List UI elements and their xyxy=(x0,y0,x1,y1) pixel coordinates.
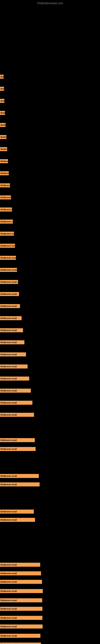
bar-row: Bottleneck result xyxy=(0,256,16,260)
bar-segment: Bottleneck result xyxy=(0,268,17,272)
bar-row: Bottleneck result xyxy=(0,316,22,320)
bar-label: Bottleneck result xyxy=(0,233,14,235)
bar-segment: Bottleneck result xyxy=(0,123,6,127)
bar-segment: Bottleneck result xyxy=(0,304,20,308)
bar-label: Bottleneck result xyxy=(0,341,17,344)
bar-label: Bottleneck result xyxy=(0,305,17,307)
bar-row: Bottleneck result xyxy=(0,86,4,91)
bar-segment: Bottleneck result xyxy=(0,232,14,236)
bar-row: Bottleneck result xyxy=(0,292,19,296)
bar-row: Bottleneck result xyxy=(0,340,24,344)
bar-label: Bottleneck result xyxy=(0,88,4,90)
bar-segment: Bottleneck result xyxy=(0,292,19,296)
bar-label: Bottleneck result xyxy=(0,148,7,150)
bar-row: Bottleneck result xyxy=(0,232,14,236)
bar-row: Bottleneck result xyxy=(0,509,34,514)
bar-row: Bottleneck result xyxy=(0,123,6,127)
bar-row: Bottleneck result xyxy=(0,518,35,522)
bar-label: Bottleneck result xyxy=(0,617,17,619)
bar-segment: Bottleneck result xyxy=(0,563,40,567)
bar-row: Bottleneck result xyxy=(0,580,42,584)
bar-label: Bottleneck result xyxy=(0,519,17,521)
bar-segment: Bottleneck result xyxy=(0,244,15,248)
bar-segment: Bottleneck result xyxy=(0,340,24,344)
bar-label: Bottleneck result xyxy=(0,100,4,102)
bar-label: Bottleneck result xyxy=(0,635,17,637)
bar-segment: Bottleneck result xyxy=(0,598,42,602)
bar-row: Bottleneck result xyxy=(0,388,31,393)
bar-segment: Bottleneck result xyxy=(0,642,41,644)
bar-label: Bottleneck result xyxy=(0,160,8,162)
bar-label: Bottleneck result xyxy=(0,124,6,126)
bar-label: Bottleneck result xyxy=(0,599,17,602)
bar-segment: Bottleneck result xyxy=(0,159,8,163)
bar-label: Bottleneck result xyxy=(0,402,17,404)
bar-label: Bottleneck result xyxy=(0,378,17,380)
bar-segment: Bottleneck result xyxy=(0,447,36,451)
bar-row: Bottleneck result xyxy=(0,400,32,405)
bar-row: Bottleneck result xyxy=(0,98,4,103)
bar-label: Bottleneck result xyxy=(0,257,16,259)
bar-segment: Bottleneck result xyxy=(0,401,32,405)
bar-row: Bottleneck result xyxy=(0,183,10,188)
bar-segment: Bottleneck result xyxy=(0,111,5,115)
bar-label: Bottleneck result xyxy=(0,76,3,78)
bar-label: Bottleneck result xyxy=(0,220,13,223)
bar-segment: Bottleneck result xyxy=(0,352,26,356)
bar-segment: Bottleneck result xyxy=(0,196,11,200)
bar-label: Bottleneck result xyxy=(0,590,17,592)
bar-label: Bottleneck result xyxy=(0,208,12,211)
bar-segment: Bottleneck result xyxy=(0,183,10,187)
bar-label: Bottleneck result xyxy=(0,184,10,186)
bar-label: Bottleneck result xyxy=(0,329,17,332)
bar-label: Bottleneck result xyxy=(0,196,11,199)
bar-segment: Bottleneck result xyxy=(0,75,3,79)
bar-row: Bottleneck result xyxy=(0,244,15,248)
bar-row: Bottleneck result xyxy=(0,219,13,224)
bar-row: Bottleneck result xyxy=(0,616,42,620)
bar-row: Bottleneck result xyxy=(0,642,41,644)
bar-row: Bottleneck result xyxy=(0,634,40,638)
bar-segment: Bottleneck result xyxy=(0,580,42,584)
bar-row: Bottleneck result xyxy=(0,474,39,478)
bar-segment: Bottleneck result xyxy=(0,388,31,393)
bar-row: Bottleneck result xyxy=(0,482,40,486)
bar-row: Bottleneck result xyxy=(0,304,20,308)
bar-label: Bottleneck result xyxy=(0,448,17,450)
bar-segment: Bottleneck result xyxy=(0,364,28,368)
bar-row: Bottleneck result xyxy=(0,268,17,272)
bar-row: Bottleneck result xyxy=(0,147,7,151)
bar-row: Bottleneck result xyxy=(0,159,8,164)
bar-label: Bottleneck result xyxy=(0,510,17,513)
bar-row: Bottleneck result xyxy=(0,111,5,115)
bar-row: Bottleneck result xyxy=(0,171,9,176)
bar-row: Bottleneck result xyxy=(0,352,26,356)
bar-label: Bottleneck result xyxy=(0,564,17,566)
bar-row: Bottleneck result xyxy=(0,589,43,593)
bar-segment: Bottleneck result xyxy=(0,589,43,593)
bar-segment: Bottleneck result xyxy=(0,518,35,522)
bar-segment: Bottleneck result xyxy=(0,87,4,91)
bar-row: Bottleneck result xyxy=(0,207,12,212)
bar-label: Bottleneck result xyxy=(0,414,17,416)
bar-label: Bottleneck result xyxy=(0,354,17,356)
bar-row: Bottleneck result xyxy=(0,562,40,567)
bar-row: Bottleneck result xyxy=(0,195,11,200)
bar-label: Bottleneck result xyxy=(0,281,17,283)
bar-segment: Bottleneck result xyxy=(0,624,43,628)
bar-segment: Bottleneck result xyxy=(0,510,34,514)
bar-segment: Bottleneck result xyxy=(0,208,12,212)
bar-row: Bottleneck result xyxy=(0,447,36,451)
bar-label: Bottleneck result xyxy=(0,475,17,477)
bar-label: Bottleneck result xyxy=(0,581,17,583)
bar-segment: Bottleneck result xyxy=(0,482,40,486)
bar-label: Bottleneck result xyxy=(0,608,17,610)
bar-row: Bottleneck result xyxy=(0,412,34,417)
bar-label: Bottleneck result xyxy=(0,269,17,271)
bar-label: Bottleneck result xyxy=(0,317,17,320)
bar-segment: Bottleneck result xyxy=(0,616,42,620)
bar-segment: Bottleneck result xyxy=(0,135,6,139)
bar-row: Bottleneck result xyxy=(0,606,42,611)
bar-label: Bottleneck result xyxy=(0,572,17,574)
bar-segment: Bottleneck result xyxy=(0,413,34,417)
